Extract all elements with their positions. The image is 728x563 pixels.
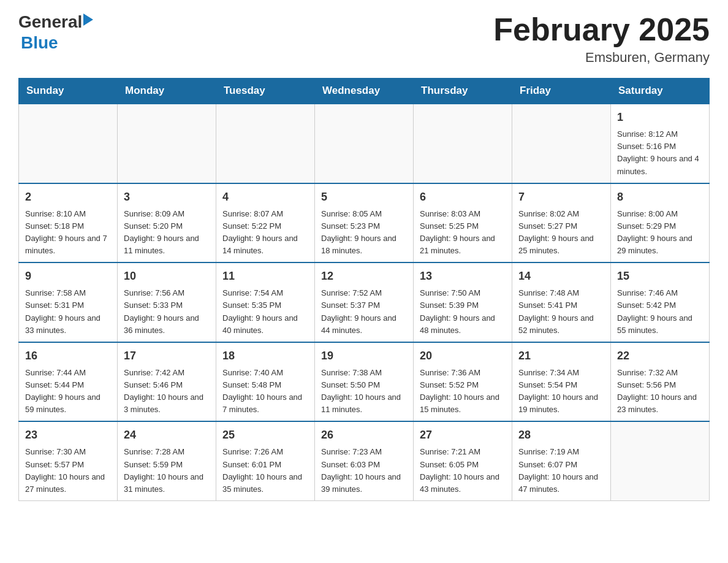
calendar-cell: 5Sunrise: 8:05 AM Sunset: 5:23 PM Daylig…	[315, 183, 414, 263]
calendar-cell: 13Sunrise: 7:50 AM Sunset: 5:39 PM Dayli…	[414, 262, 512, 342]
week-row-1: 1Sunrise: 8:12 AM Sunset: 5:16 PM Daylig…	[19, 104, 710, 183]
calendar-cell: 9Sunrise: 7:58 AM Sunset: 5:31 PM Daylig…	[19, 262, 118, 342]
day-number: 11	[222, 268, 308, 285]
day-number: 12	[321, 268, 407, 285]
day-number: 16	[25, 348, 111, 364]
calendar-cell: 28Sunrise: 7:19 AM Sunset: 6:07 PM Dayli…	[512, 421, 611, 500]
calendar-cell	[611, 421, 710, 500]
calendar-cell: 7Sunrise: 8:02 AM Sunset: 5:27 PM Daylig…	[512, 183, 611, 263]
day-info: Sunrise: 8:12 AM Sunset: 5:16 PM Dayligh…	[617, 128, 703, 178]
day-info: Sunrise: 7:36 AM Sunset: 5:52 PM Dayligh…	[420, 367, 506, 416]
day-info: Sunrise: 8:05 AM Sunset: 5:23 PM Dayligh…	[321, 208, 407, 258]
day-number: 24	[124, 427, 210, 443]
logo-area: General Blue	[18, 12, 93, 53]
calendar-cell: 14Sunrise: 7:48 AM Sunset: 5:41 PM Dayli…	[512, 262, 611, 342]
day-info: Sunrise: 7:44 AM Sunset: 5:44 PM Dayligh…	[25, 367, 111, 416]
day-number: 17	[124, 348, 210, 364]
day-info: Sunrise: 8:03 AM Sunset: 5:25 PM Dayligh…	[420, 208, 506, 258]
calendar-cell: 24Sunrise: 7:28 AM Sunset: 5:59 PM Dayli…	[118, 421, 216, 500]
calendar-header-row: Sunday Monday Tuesday Wednesday Thursday…	[19, 79, 710, 104]
day-number: 9	[25, 268, 111, 285]
day-number: 8	[617, 189, 703, 205]
calendar-cell: 12Sunrise: 7:52 AM Sunset: 5:37 PM Dayli…	[315, 262, 414, 342]
day-number: 23	[25, 427, 111, 443]
calendar-cell: 23Sunrise: 7:30 AM Sunset: 5:57 PM Dayli…	[19, 421, 118, 500]
calendar-cell: 17Sunrise: 7:42 AM Sunset: 5:46 PM Dayli…	[118, 342, 216, 422]
day-info: Sunrise: 7:50 AM Sunset: 5:39 PM Dayligh…	[420, 287, 506, 337]
week-row-2: 2Sunrise: 8:10 AM Sunset: 5:18 PM Daylig…	[19, 183, 710, 263]
day-number: 21	[518, 348, 604, 364]
calendar-cell: 10Sunrise: 7:56 AM Sunset: 5:33 PM Dayli…	[118, 262, 216, 342]
day-number: 7	[518, 189, 604, 205]
week-row-5: 23Sunrise: 7:30 AM Sunset: 5:57 PM Dayli…	[19, 421, 710, 500]
day-number: 5	[321, 189, 407, 205]
day-number: 1	[617, 109, 703, 126]
day-number: 28	[518, 427, 604, 443]
day-info: Sunrise: 7:40 AM Sunset: 5:48 PM Dayligh…	[222, 367, 308, 416]
calendar-cell: 15Sunrise: 7:46 AM Sunset: 5:42 PM Dayli…	[611, 262, 710, 342]
day-info: Sunrise: 7:32 AM Sunset: 5:56 PM Dayligh…	[617, 367, 703, 416]
calendar-table: Sunday Monday Tuesday Wednesday Thursday…	[18, 78, 710, 501]
day-info: Sunrise: 7:42 AM Sunset: 5:46 PM Dayligh…	[124, 367, 210, 416]
day-number: 19	[321, 348, 407, 364]
day-info: Sunrise: 7:28 AM Sunset: 5:59 PM Dayligh…	[124, 446, 210, 496]
day-info: Sunrise: 7:38 AM Sunset: 5:50 PM Dayligh…	[321, 367, 407, 416]
day-number: 20	[420, 348, 506, 364]
calendar-cell	[512, 104, 611, 183]
calendar-cell: 25Sunrise: 7:26 AM Sunset: 6:01 PM Dayli…	[216, 421, 315, 500]
calendar-cell: 3Sunrise: 8:09 AM Sunset: 5:20 PM Daylig…	[118, 183, 216, 263]
page-location: Emsburen, Germany	[493, 50, 710, 66]
week-row-4: 16Sunrise: 7:44 AM Sunset: 5:44 PM Dayli…	[19, 342, 710, 422]
day-info: Sunrise: 8:02 AM Sunset: 5:27 PM Dayligh…	[518, 208, 604, 258]
header-sunday: Sunday	[19, 79, 118, 104]
calendar-cell: 18Sunrise: 7:40 AM Sunset: 5:48 PM Dayli…	[216, 342, 315, 422]
day-number: 13	[420, 268, 506, 285]
day-info: Sunrise: 7:23 AM Sunset: 6:03 PM Dayligh…	[321, 446, 407, 496]
calendar-cell: 21Sunrise: 7:34 AM Sunset: 5:54 PM Dayli…	[512, 342, 611, 422]
day-info: Sunrise: 7:46 AM Sunset: 5:42 PM Dayligh…	[617, 287, 703, 337]
day-info: Sunrise: 7:54 AM Sunset: 5:35 PM Dayligh…	[222, 287, 308, 337]
day-info: Sunrise: 7:19 AM Sunset: 6:07 PM Dayligh…	[518, 446, 604, 496]
day-info: Sunrise: 7:30 AM Sunset: 5:57 PM Dayligh…	[25, 446, 111, 496]
day-number: 18	[222, 348, 308, 364]
calendar-cell: 27Sunrise: 7:21 AM Sunset: 6:05 PM Dayli…	[414, 421, 512, 500]
week-row-3: 9Sunrise: 7:58 AM Sunset: 5:31 PM Daylig…	[19, 262, 710, 342]
calendar-cell: 16Sunrise: 7:44 AM Sunset: 5:44 PM Dayli…	[19, 342, 118, 422]
calendar-cell: 22Sunrise: 7:32 AM Sunset: 5:56 PM Dayli…	[611, 342, 710, 422]
calendar-cell: 2Sunrise: 8:10 AM Sunset: 5:18 PM Daylig…	[19, 183, 118, 263]
calendar-cell	[118, 104, 216, 183]
day-number: 25	[222, 427, 308, 443]
header-monday: Monday	[118, 79, 216, 104]
calendar-cell	[216, 104, 315, 183]
day-number: 6	[420, 189, 506, 205]
header-saturday: Saturday	[611, 79, 710, 104]
day-number: 2	[25, 189, 111, 205]
calendar-cell	[315, 104, 414, 183]
logo-triangle-icon	[83, 13, 93, 26]
day-number: 10	[124, 268, 210, 285]
calendar-cell	[19, 104, 118, 183]
page-header: General Blue February 2025 Emsburen, Ger…	[18, 12, 710, 66]
day-info: Sunrise: 7:52 AM Sunset: 5:37 PM Dayligh…	[321, 287, 407, 337]
title-area: February 2025 Emsburen, Germany	[493, 12, 710, 66]
header-thursday: Thursday	[414, 79, 512, 104]
day-info: Sunrise: 7:56 AM Sunset: 5:33 PM Dayligh…	[124, 287, 210, 337]
logo-general-text: General	[18, 12, 82, 32]
header-tuesday: Tuesday	[216, 79, 315, 104]
calendar-cell: 20Sunrise: 7:36 AM Sunset: 5:52 PM Dayli…	[414, 342, 512, 422]
header-wednesday: Wednesday	[315, 79, 414, 104]
calendar-cell: 11Sunrise: 7:54 AM Sunset: 5:35 PM Dayli…	[216, 262, 315, 342]
day-info: Sunrise: 8:09 AM Sunset: 5:20 PM Dayligh…	[124, 208, 210, 258]
day-number: 3	[124, 189, 210, 205]
day-number: 27	[420, 427, 506, 443]
day-info: Sunrise: 8:00 AM Sunset: 5:29 PM Dayligh…	[617, 208, 703, 258]
page-title: February 2025	[493, 12, 710, 47]
day-number: 22	[617, 348, 703, 364]
calendar-cell: 4Sunrise: 8:07 AM Sunset: 5:22 PM Daylig…	[216, 183, 315, 263]
day-info: Sunrise: 7:26 AM Sunset: 6:01 PM Dayligh…	[222, 446, 308, 496]
day-number: 26	[321, 427, 407, 443]
day-info: Sunrise: 7:58 AM Sunset: 5:31 PM Dayligh…	[25, 287, 111, 337]
header-friday: Friday	[512, 79, 611, 104]
calendar-cell: 8Sunrise: 8:00 AM Sunset: 5:29 PM Daylig…	[611, 183, 710, 263]
day-number: 14	[518, 268, 604, 285]
